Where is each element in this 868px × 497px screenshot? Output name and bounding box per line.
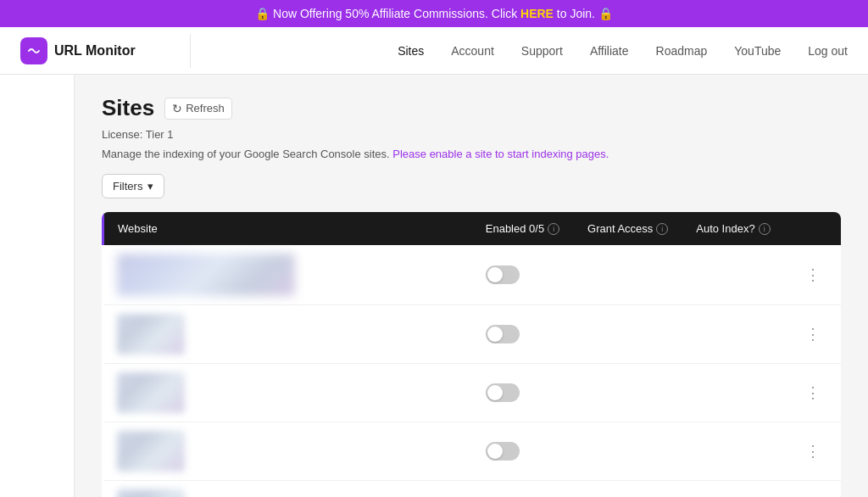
refresh-icon: ↻ bbox=[172, 102, 182, 115]
site-thumbnail bbox=[117, 372, 185, 413]
logo-icon bbox=[20, 37, 47, 64]
refresh-label: Refresh bbox=[186, 102, 225, 114]
logo-text: URL Monitor bbox=[54, 43, 136, 59]
table-row: ⋮ bbox=[103, 422, 842, 481]
nav-youtube[interactable]: YouTube bbox=[734, 44, 781, 58]
main-layout: Sites ↻ Refresh License: Tier 1 Manage t… bbox=[0, 75, 868, 497]
license-text: License: Tier 1 bbox=[102, 128, 841, 141]
nav-affiliate[interactable]: Affiliate bbox=[590, 44, 629, 58]
table-row: ⋮ bbox=[103, 364, 842, 422]
enabled-toggle[interactable] bbox=[486, 265, 520, 284]
page-title-row: Sites ↻ Refresh bbox=[102, 95, 841, 121]
row-menu-button[interactable]: ⋮ bbox=[798, 322, 827, 346]
auto-index-cell bbox=[682, 305, 784, 364]
col-auto-index: Auto Index? i bbox=[682, 212, 784, 245]
enabled-toggle[interactable] bbox=[486, 383, 520, 402]
row-menu-button[interactable]: ⋮ bbox=[798, 263, 827, 287]
col-grant-access: Grant Access i bbox=[574, 212, 682, 245]
row-menu-button[interactable]: ⋮ bbox=[798, 381, 827, 405]
auto-index-cell bbox=[682, 481, 784, 498]
enabled-info-icon[interactable]: i bbox=[548, 223, 559, 235]
auto-index-cell bbox=[682, 245, 784, 305]
actions-cell: ⋮ bbox=[785, 422, 842, 481]
website-cell bbox=[103, 305, 472, 364]
enabled-cell bbox=[472, 422, 574, 481]
filters-label: Filters bbox=[113, 180, 142, 193]
auto-index-cell bbox=[682, 422, 784, 481]
grant-access-cell bbox=[574, 422, 682, 481]
table-row: ⋮ bbox=[103, 245, 842, 305]
affiliate-link[interactable]: HERE bbox=[520, 7, 554, 20]
nav-account[interactable]: Account bbox=[451, 44, 494, 58]
sites-table: Website Enabled 0/5 i Grant Access i bbox=[102, 212, 841, 497]
nav-support[interactable]: Support bbox=[521, 44, 563, 58]
table-row: ⋮ bbox=[103, 481, 842, 498]
enabled-cell bbox=[472, 305, 574, 364]
website-cell bbox=[103, 422, 472, 481]
header: URL Monitor Sites Account Support Affili… bbox=[0, 27, 868, 75]
promo-banner: 🔒 Now Offering 50% Affiliate Commissions… bbox=[0, 0, 868, 27]
enabled-cell bbox=[472, 481, 574, 498]
grant-access-cell bbox=[574, 481, 682, 498]
description-plain: Manage the indexing of your Google Searc… bbox=[102, 148, 390, 160]
enabled-cell bbox=[472, 364, 574, 422]
col-grant-access-label: Grant Access bbox=[587, 222, 653, 235]
content-area: Sites ↻ Refresh License: Tier 1 Manage t… bbox=[75, 75, 868, 497]
enabled-toggle[interactable] bbox=[486, 325, 520, 343]
website-cell bbox=[103, 481, 472, 498]
actions-cell: ⋮ bbox=[785, 305, 842, 364]
actions-cell: ⋮ bbox=[785, 245, 842, 305]
col-website: Website bbox=[103, 212, 472, 245]
col-actions bbox=[785, 212, 842, 245]
grant-access-info-icon[interactable]: i bbox=[656, 223, 668, 235]
main-nav: Sites Account Support Affiliate Roadmap … bbox=[398, 44, 848, 58]
website-cell bbox=[103, 245, 472, 305]
enabled-cell bbox=[472, 245, 574, 305]
grant-access-cell bbox=[574, 245, 682, 305]
description-highlight: Please enable a site to start indexing p… bbox=[392, 148, 609, 160]
page-title: Sites bbox=[102, 95, 154, 121]
banner-suffix: to Join. 🔒 bbox=[554, 7, 613, 20]
description-text: Manage the indexing of your Google Searc… bbox=[102, 148, 841, 160]
actions-cell: ⋮ bbox=[785, 481, 842, 498]
col-enabled-label: Enabled 0/5 bbox=[486, 222, 544, 235]
col-enabled: Enabled 0/5 i bbox=[472, 212, 574, 245]
refresh-button[interactable]: ↻ Refresh bbox=[164, 98, 232, 120]
banner-prefix: 🔒 Now Offering 50% Affiliate Commissions… bbox=[255, 7, 520, 20]
auto-index-cell bbox=[682, 364, 784, 422]
table-row: ⋮ bbox=[103, 305, 842, 364]
logo-area: URL Monitor bbox=[20, 37, 190, 64]
filters-button[interactable]: Filters ▾ bbox=[102, 174, 164, 198]
grant-access-cell bbox=[574, 305, 682, 364]
col-auto-index-label: Auto Index? bbox=[696, 222, 754, 235]
grant-access-cell bbox=[574, 364, 682, 422]
site-thumbnail bbox=[117, 254, 295, 296]
filters-chevron-icon: ▾ bbox=[147, 180, 153, 193]
nav-logout[interactable]: Log out bbox=[808, 44, 848, 58]
table-body: ⋮ ⋮ ⋮ bbox=[103, 245, 842, 497]
auto-index-info-icon[interactable]: i bbox=[759, 223, 771, 235]
site-thumbnail bbox=[117, 431, 185, 472]
col-website-label: Website bbox=[118, 222, 158, 235]
website-cell bbox=[103, 364, 472, 422]
nav-roadmap[interactable]: Roadmap bbox=[656, 44, 708, 58]
actions-cell: ⋮ bbox=[785, 364, 842, 422]
enabled-toggle[interactable] bbox=[486, 442, 520, 461]
row-menu-button[interactable]: ⋮ bbox=[798, 439, 827, 463]
site-thumbnail bbox=[117, 489, 185, 497]
sidebar bbox=[0, 75, 75, 497]
header-divider bbox=[190, 34, 191, 68]
site-thumbnail bbox=[117, 314, 185, 355]
nav-sites[interactable]: Sites bbox=[398, 44, 424, 58]
